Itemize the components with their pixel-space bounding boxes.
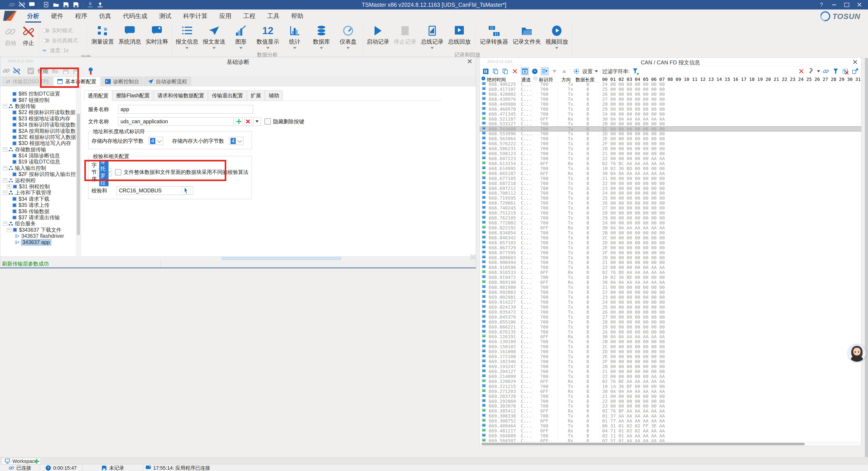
message-row[interactable]: 668.910596C...700Tx822 00 00 00 00 00 AA… [480,265,861,270]
message-row[interactable]: 668.708112C...700Tx824 00 00 00 00 00 00… [480,191,861,196]
chevron-down-icon[interactable] [817,70,820,72]
tree-item[interactable]: $22 根据标识符读取数据 [0,109,81,115]
message-row[interactable]: 668.969198C...6FFRx830 0A 0A AA AA AA AA… [480,280,861,285]
message-row[interactable]: 669.172108C...700Tx82E 00 00 00 00 00 00… [480,354,861,359]
ribbon-button-视频回放[interactable]: 视频回放 [543,24,570,49]
tree-item[interactable]: $2A 按周期标识符读取数据 [0,128,81,134]
upload-icon[interactable] [97,2,103,8]
ribbon-button-统计[interactable]: 统计 [281,24,308,49]
settings-gear-icon[interactable] [572,68,580,75]
message-row[interactable]: 668.889603C...700Tx820 00 00 00 00 00 00… [480,256,861,260]
full-sim-mode-toggle[interactable]: 全仿真模式 [42,37,84,44]
message-row[interactable]: 668.543608C...700Tx82C 00 00 00 00 00 00… [480,127,861,131]
funnel-icon[interactable] [832,68,839,75]
message-row[interactable]: 669.292860C...700Tx822 00 00 00 00 00 00… [480,399,861,404]
message-row[interactable]: 668.846342C...700Tx82C 00 00 00 00 00 00… [480,236,861,240]
message-row[interactable]: 668.665187C...6FFRx830 0A 0A AA AA AA AA… [480,171,861,176]
message-row[interactable]: 669.055106C...700Tx828 00 00 00 00 00 00… [480,320,861,325]
message-row[interactable]: 669.126191C...6FFRx830 0A 0A AA AA AA AA… [480,334,861,339]
folder-open-icon[interactable] [53,2,59,8]
folder-open-icon[interactable] [52,68,59,74]
ribbon-button-仪表盘[interactable]: 仪表盘 [335,24,362,49]
close-icon[interactable] [852,60,858,65]
chevron-down-icon[interactable] [595,70,598,72]
message-row[interactable]: 668.729861C...700Tx826 00 00 00 00 00 00… [480,201,861,206]
message-row[interactable]: 668.417107C...700Tx825 00 00 00 00 00 00… [480,87,861,92]
sort-icon[interactable] [541,67,549,75]
ribbon-button-停止记录[interactable]: 停止记录 [392,24,418,45]
message-row[interactable]: 668.834854C...700Tx82B 00 00 00 00 00 00… [480,231,861,236]
ribbon-button-总线记录[interactable]: 总线记录 [418,24,446,49]
save-icon[interactable] [62,68,69,74]
message-row[interactable]: 669.139109C...700Tx82B 00 00 00 00 00 00… [480,339,861,344]
form-tab-请求和传输数据配置[interactable]: 请求和传输数据配置 [154,90,208,101]
link-icon[interactable] [3,68,10,74]
message-row[interactable]: 668.428002C...700Tx826 00 00 00 00 00 00… [480,92,861,97]
delete-file-button[interactable] [244,117,252,126]
message-row[interactable]: 668.576222C...700Tx82F 00 00 00 00 00 00… [480,141,861,146]
ribbon-button-报文发送[interactable]: 报文发送 [200,24,228,49]
tree-item[interactable]: −远程例程 [0,177,81,183]
diagnostic-badge-icon[interactable] [87,67,94,74]
message-row[interactable]: 669.283728C...700Tx821 00 00 00 00 00 00… [480,394,861,399]
message-row[interactable]: 668.471345C...700Tx82A 00 00 00 00 00 00… [480,112,861,117]
tree-item[interactable]: $2E 根据标识符写入数据 [0,134,81,140]
speed-setting[interactable]: 速度: 1x [42,47,84,54]
copy-c-icon[interactable] [501,68,509,75]
close-icon[interactable] [798,68,805,75]
help-button[interactable]: ? [815,1,828,9]
message-row[interactable]: 668.553996C...700Tx82D 00 00 00 00 00 00… [480,131,861,136]
ribbon-button-总线回放[interactable]: 总线回放 [446,24,473,45]
enable-checkbox[interactable] [28,68,34,74]
tree-item[interactable]: $85 控制DTC设置 [0,91,81,97]
save-as-icon[interactable] [73,2,79,8]
message-row[interactable]: 668.751219C...700Tx828 00 00 00 00 00 00… [480,211,861,215]
link-off-icon[interactable] [13,68,20,74]
tree-item[interactable]: $19 读取DTC信息 [0,159,81,165]
expand-toggle-icon[interactable]: − [3,104,7,108]
message-row[interactable]: 668.614995C...700Tx810 82 36 BD 00 00 00… [480,166,861,171]
tree-item[interactable]: $14 清除诊断信息 [0,153,81,159]
menu-tab-硬件[interactable]: 硬件 [45,9,69,23]
triangle-up-icon[interactable] [561,68,568,75]
expand-toggle-icon[interactable]: − [7,228,11,232]
realtime-mode-toggle[interactable]: 实时模式 [42,27,84,34]
link-icon[interactable] [822,68,830,75]
form-tab-辅助[interactable]: 辅助 [265,90,283,101]
message-row[interactable]: 668.521187C...6FFRx830 0A 0A AA AA AA AA… [480,117,861,122]
message-row[interactable]: 669.076135C...700Tx82A 00 00 00 00 00 00… [480,330,861,335]
message-row[interactable]: 668.586231C...700Tx820 00 00 00 00 00 00… [480,146,861,151]
tree-item[interactable]: $34 请求下载 [0,196,81,202]
message-row[interactable]: 668.822192C...6FFRx830 0A 0A AA AA AA AA… [480,226,861,231]
tree-item[interactable]: −输入输出控制 [0,165,81,171]
byte-order-select[interactable]: 摩托罗拉 [98,168,112,176]
message-row[interactable]: 668.697212C...700Tx823 00 00 00 00 00 00… [480,186,861,191]
expand-toggle-icon[interactable]: − [3,178,7,183]
dialog-hscrollbar[interactable] [0,256,476,260]
wrench-icon[interactable] [807,68,815,75]
diff-algo-checkbox[interactable] [115,169,121,175]
message-row[interactable]: 668.460978C...700Tx829 00 00 00 00 00 00… [480,107,861,112]
menu-tab-程序[interactable]: 程序 [69,9,93,23]
assistant-avatar[interactable] [848,344,866,362]
copy-icon[interactable] [492,68,499,75]
menu-tab-工程[interactable]: 工程 [237,9,261,23]
message-row[interactable]: 669.305412C...6FFRx802 76 BF AA AA AA AA… [480,409,861,414]
dialog-tab-诊断控制台[interactable]: 诊断控制台 [101,77,143,86]
message-row[interactable]: 669.002981C...700Tx823 00 00 00 00 00 00… [480,295,861,300]
triangle-down-icon[interactable] [551,68,559,75]
message-row[interactable]: 669.182346C...700Tx82F 00 00 00 00 00 00… [480,359,861,364]
tree-item[interactable]: 343637 app [0,239,81,245]
message-row[interactable]: 668.877595C...700Tx82F 00 00 00 00 00 00… [480,250,861,256]
expand-toggle-icon[interactable]: − [3,191,7,195]
file-name-input[interactable]: uds_can_application [118,117,234,126]
tree-item[interactable]: 343637 flashdriver [0,233,81,239]
add-file-button[interactable] [235,117,243,126]
table-clear-icon[interactable] [842,68,849,75]
tree-item[interactable]: $2F 按标识符输入输出控制 [0,171,81,177]
message-row[interactable]: 668.677105C...700Tx821 00 00 00 00 00 00… [480,176,861,181]
checksum-picker-button[interactable] [182,187,191,194]
message-row[interactable]: 669.220029C...6FFRx802 76 BE AA AA AA AA… [480,379,861,384]
tree-item[interactable]: −组合服务 [0,221,81,227]
message-row[interactable]: 669.271203C...6FFRx830 0A 0A AA AA AA AA… [480,389,861,394]
